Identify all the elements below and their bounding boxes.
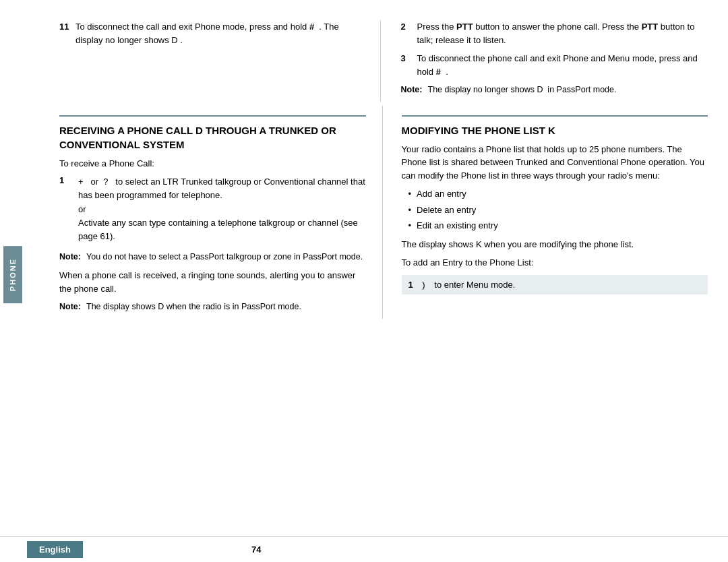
note-1-text: You do not have to select a PassPort tal… xyxy=(86,251,363,263)
right-section-heading: MODIFYING THE PHONE LIST K xyxy=(402,123,708,137)
bottom-bar: English 74 xyxy=(0,536,728,562)
note-3-text: The display no longer shows D in PassPor… xyxy=(428,84,617,96)
left-step-1-alt: Activate any scan type containing a tele… xyxy=(78,216,366,243)
step-3-text: To disconnect the phone call and exit Ph… xyxy=(417,52,708,78)
step-2-text: Press the PTT button to answer the phone… xyxy=(417,20,708,46)
note-2: Note: The display shows D when the radio… xyxy=(59,301,366,313)
step-3-number: 3 xyxy=(401,52,413,78)
right-step-1-number: 1 xyxy=(408,280,413,290)
right-intro: Your radio contains a Phone list that ho… xyxy=(402,143,708,183)
page: PHONE 11 To disconnect the call and exit… xyxy=(0,0,728,562)
right-step-1-text: to enter Menu mode. xyxy=(434,280,515,290)
left-divider xyxy=(59,115,366,117)
right-step-1-row: 1 ) to enter Menu mode. xyxy=(402,275,708,295)
left-step-1: 1 + or ? to select an LTR Trunked talkgr… xyxy=(59,175,366,243)
sidebar-label: PHONE xyxy=(3,246,22,303)
bullet-1: Add an entry xyxy=(408,187,708,201)
display-text: The display shows K when you are modifyi… xyxy=(402,238,708,251)
note-1: Note: You do not have to select a PassPo… xyxy=(59,251,366,263)
step-11-text: To disconnect the call and exit Phone mo… xyxy=(75,20,367,46)
left-step-1-text: + or ? to select an LTR Trunked talkgrou… xyxy=(78,175,366,201)
middle-text: When a phone call is received, a ringing… xyxy=(59,269,366,295)
sidebar-tab: PHONE xyxy=(0,20,26,530)
right-step-1-sym: ) xyxy=(422,280,425,290)
note-2-label: Note: xyxy=(59,301,84,313)
step-2-number: 2 xyxy=(401,20,413,46)
right-divider xyxy=(402,115,708,117)
left-intro: To receive a Phone Call: xyxy=(59,157,366,170)
main-columns: RECEIVING A PHONE CALL D THROUGH A TRUNK… xyxy=(59,106,708,319)
top-right-steps: 2 Press the PTT button to answer the pho… xyxy=(381,20,708,102)
or-line: or xyxy=(78,204,366,214)
note-1-label: Note: xyxy=(59,251,84,263)
english-badge: English xyxy=(27,541,83,558)
top-section: 11 To disconnect the call and exit Phone… xyxy=(59,20,708,102)
note-3: Note: The display no longer shows D in P… xyxy=(401,84,708,96)
main-content: 11 To disconnect the call and exit Phone… xyxy=(26,20,728,530)
add-entry-heading: To add an Entry to the Phone List: xyxy=(402,256,708,270)
bullet-list: Add an entry Delete an entry Edit an exi… xyxy=(408,187,708,232)
bullet-3: Edit an existing entry xyxy=(408,219,708,232)
top-left-step: 11 To disconnect the call and exit Phone… xyxy=(59,20,381,102)
step-11-number: 11 xyxy=(59,20,71,46)
left-step-1-number: 1 xyxy=(59,175,73,201)
note-2-text: The display shows D when the radio is in… xyxy=(86,301,301,313)
note-3-label: Note: xyxy=(401,84,425,96)
left-section-heading: RECEIVING A PHONE CALL D THROUGH A TRUNK… xyxy=(59,123,366,152)
bullet-2: Delete an entry xyxy=(408,204,708,217)
right-column: MODIFYING THE PHONE LIST K Your radio co… xyxy=(383,106,708,319)
left-column: RECEIVING A PHONE CALL D THROUGH A TRUNK… xyxy=(59,106,383,319)
page-number: 74 xyxy=(251,544,261,555)
